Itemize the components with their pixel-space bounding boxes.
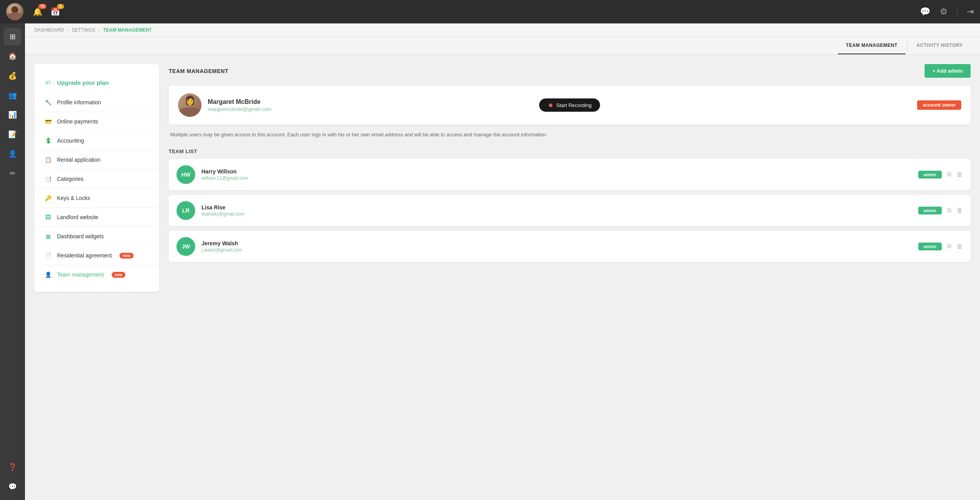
owner-avatar: 👩 [178, 93, 201, 117]
admin-role-badge: admin [918, 207, 942, 214]
team-member-name: Harry Willson [201, 168, 912, 175]
team-delete-icon[interactable]: 🗑 [957, 171, 963, 178]
avatar[interactable] [6, 3, 23, 20]
content-area: DASHBOARD › SETTINGS › TEAM MANAGEMENT T… [25, 23, 980, 500]
widgets-icon: ▦ [44, 232, 52, 241]
breadcrumb-sep-2: › [98, 27, 100, 33]
sidebar-item-document[interactable]: 📝 [4, 126, 21, 143]
accounting-icon: 💲 [44, 136, 52, 145]
breadcrumb-dashboard[interactable]: DASHBOARD [34, 27, 64, 33]
notification-badge: 76 [38, 4, 46, 9]
residential-icon: 📄 [44, 251, 52, 260]
admin-role-badge: admin [918, 243, 942, 250]
tab-separator [907, 42, 907, 50]
team-actions: admin ⚙ 🗑 [918, 171, 963, 179]
sidebar-item-landlord-website[interactable]: 🖼 Landlord website [34, 208, 159, 227]
sidebar-item-categories[interactable]: 📑 Categories [34, 170, 159, 189]
header-icons: 🔔 76 📅 1 [33, 7, 60, 16]
residential-new-badge: new [119, 253, 133, 259]
team-settings-icon[interactable]: ⚙ [946, 207, 952, 214]
sidebar-item-help[interactable]: ❓ [4, 459, 21, 476]
notification-bell[interactable]: 🔔 76 [33, 7, 43, 16]
main-layout: ⊞ 🏠 💰 👥 📊 📝 👤 ✏ ❓ 💬 DASHBOARD › SETTINGS… [0, 23, 980, 500]
breadcrumb: DASHBOARD › SETTINGS › TEAM MANAGEMENT [25, 23, 980, 37]
sidebar-item-home[interactable]: 🏠 [4, 48, 21, 65]
breadcrumb-current: TEAM MANAGEMENT [103, 27, 152, 33]
record-dot-icon: ⏺ [548, 102, 553, 108]
team-new-badge: new [112, 272, 125, 278]
team-avatar: HW [176, 165, 195, 184]
keys-label: Keys & Locks [57, 195, 90, 201]
logout-icon[interactable]: ⇥ [967, 7, 974, 17]
page-content: 🏷 Upgrade your plan 🔧 Profile informatio… [25, 55, 980, 500]
breadcrumb-sep-1: › [67, 27, 69, 33]
team-delete-icon[interactable]: 🗑 [957, 243, 963, 250]
breadcrumb-settings[interactable]: SETTINGS [72, 27, 95, 33]
website-icon: 🖼 [44, 213, 52, 221]
sidebar-item-money[interactable]: 💰 [4, 67, 21, 84]
sidebar-item-rental-application[interactable]: 📋 Rental application [34, 150, 159, 170]
sidebar-item-grid[interactable]: ⊞ [4, 28, 21, 45]
settings-gear-icon[interactable]: ⚙ [940, 7, 948, 17]
team-list-item: JW Jeremy Walsh j.walsh@gmail.com admin … [169, 231, 971, 262]
upgrade-icon: 🏷 [44, 78, 52, 87]
sidebar-item-profile[interactable]: 🔧 Profile information [34, 93, 159, 112]
tab-activity-history[interactable]: ACTIVITY HISTORY [909, 37, 971, 54]
profile-label: Profile information [57, 99, 101, 105]
panel-header: TEAM MANAGEMENT + Add admin [169, 64, 971, 78]
chat-icon[interactable]: 💬 [920, 7, 930, 17]
sidebar-item-contact[interactable]: 👤 [4, 145, 21, 162]
main-panel: TEAM MANAGEMENT + Add admin 👩 Margaret M… [169, 64, 971, 491]
website-label: Landlord website [57, 214, 98, 220]
team-actions: admin ⚙ 🗑 [918, 207, 963, 214]
team-info: Lisa Rise lisahello@gmail.com [201, 204, 912, 217]
owner-card: 👩 Margaret McBride margeemcbride@gmail.c… [169, 86, 971, 125]
account-owner-badge: account owner [917, 100, 961, 110]
team-member-name: Jeremy Walsh [201, 240, 912, 246]
payments-label: Online payments [57, 118, 98, 125]
team-list: HW Harry Willson willson.11@gmail.com ad… [169, 159, 971, 262]
sidebar-item-online-payments[interactable]: 💳 Online payments [34, 112, 159, 131]
team-actions: admin ⚙ 🗑 [918, 243, 963, 250]
sidebar-item-accounting[interactable]: 💲 Accounting [34, 131, 159, 150]
team-member-name: Lisa Rise [201, 204, 912, 211]
upgrade-plan-button[interactable]: 🏷 Upgrade your plan [34, 72, 159, 93]
tab-bar: TEAM MANAGEMENT ACTIVITY HISTORY [25, 37, 980, 55]
top-header: 🔔 76 📅 1 💬 ⚙ ⇥ [0, 0, 980, 23]
accounting-label: Accounting [57, 138, 84, 144]
sidebar-item-chat[interactable]: 💬 [4, 478, 21, 495]
icon-sidebar: ⊞ 🏠 💰 👥 📊 📝 👤 ✏ ❓ 💬 [0, 23, 25, 500]
calendar-badge: 1 [57, 4, 64, 9]
upgrade-label: Upgrade your plan [57, 79, 109, 86]
team-settings-icon[interactable]: ⚙ [946, 243, 952, 250]
tab-team-management[interactable]: TEAM MANAGEMENT [838, 37, 905, 54]
header-divider [957, 6, 957, 18]
rental-icon: 📋 [44, 155, 52, 164]
rental-label: Rental application [57, 157, 100, 163]
payments-icon: 💳 [44, 117, 52, 126]
widgets-label: Dashboard widgets [57, 233, 104, 239]
team-info: Jeremy Walsh j.walsh@gmail.com [201, 240, 912, 253]
header-right: 💬 ⚙ ⇥ [920, 6, 974, 18]
team-avatar: LR [176, 201, 195, 220]
team-settings-icon[interactable]: ⚙ [946, 171, 952, 178]
sidebar-item-edit[interactable]: ✏ [4, 165, 21, 182]
recording-label: Start Recording [556, 102, 592, 108]
sidebar-item-chart[interactable]: 📊 [4, 106, 21, 123]
residential-label: Residential agreement [57, 252, 112, 259]
team-list-title: TEAM LIST [169, 148, 971, 154]
sidebar-item-residential-agreement[interactable]: 📄 Residential agreement new [34, 246, 159, 265]
sidebar-item-dashboard-widgets[interactable]: ▦ Dashboard widgets [34, 227, 159, 246]
profile-icon: 🔧 [44, 98, 52, 107]
info-text: Multiple users may be given access to th… [169, 131, 971, 139]
team-avatar: JW [176, 237, 195, 256]
add-admin-button[interactable]: + Add admin [925, 64, 971, 78]
team-delete-icon[interactable]: 🗑 [957, 207, 963, 214]
sidebar-item-people[interactable]: 👥 [4, 87, 21, 104]
sidebar-item-keys-locks[interactable]: 🔑 Keys & Locks [34, 189, 159, 208]
sidebar-item-team-management[interactable]: 👤 Team management new [34, 265, 159, 284]
team-label: Team management [57, 271, 104, 278]
admin-role-badge: admin [918, 171, 942, 179]
recording-tooltip: ⏺ Start Recording [539, 98, 600, 112]
calendar-icon-wrap[interactable]: 📅 1 [50, 7, 60, 16]
